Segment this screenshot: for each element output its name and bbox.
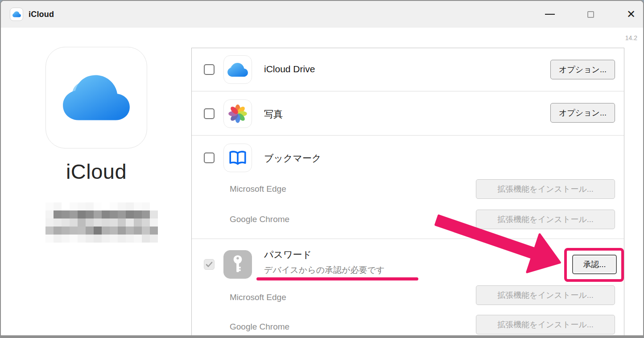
mosaic-cell bbox=[102, 235, 110, 243]
mosaic-cell bbox=[110, 202, 118, 210]
photos-options-button[interactable]: オプション... bbox=[550, 103, 615, 123]
mosaic-cell bbox=[150, 218, 158, 227]
browser-label-chrome: Google Chrome bbox=[230, 322, 289, 332]
icloud-drive-options-button[interactable]: オプション... bbox=[550, 60, 615, 79]
mosaic-cell bbox=[70, 227, 78, 235]
service-label: ブックマーク bbox=[264, 152, 321, 165]
mosaic-cell bbox=[62, 210, 70, 218]
mosaic-cell bbox=[62, 235, 70, 243]
mosaic-cell bbox=[94, 227, 102, 235]
mosaic-cell bbox=[126, 218, 134, 227]
mosaic-cell bbox=[78, 218, 86, 227]
mosaic-cell bbox=[54, 202, 62, 210]
mosaic-cell bbox=[62, 202, 70, 210]
app-icon-chip bbox=[10, 8, 23, 21]
mosaic-cell bbox=[142, 227, 150, 235]
mosaic-cell bbox=[102, 218, 110, 227]
mosaic-cell bbox=[110, 218, 118, 227]
bookmarks-icon bbox=[223, 144, 252, 172]
mosaic-cell bbox=[94, 218, 102, 227]
mosaic-cell bbox=[126, 235, 134, 243]
mosaic-cell bbox=[86, 202, 94, 210]
check-icon bbox=[206, 261, 213, 268]
row-divider bbox=[192, 239, 624, 239]
mosaic-cell bbox=[110, 235, 118, 243]
mosaic-cell bbox=[134, 227, 142, 235]
maximize-icon bbox=[587, 11, 594, 18]
mosaic-cell bbox=[134, 218, 142, 227]
mosaic-cell bbox=[45, 218, 54, 227]
maximize-button[interactable] bbox=[580, 4, 601, 25]
passwords-edge-install-extension-button[interactable]: 拡張機能をインストール... bbox=[476, 285, 615, 305]
browser-label-chrome: Google Chrome bbox=[230, 214, 289, 224]
bookmarks-edge-install-extension-button[interactable]: 拡張機能をインストール... bbox=[476, 179, 615, 199]
mosaic-cell bbox=[70, 235, 78, 243]
mosaic-cell bbox=[94, 210, 102, 218]
mosaic-cell bbox=[54, 235, 62, 243]
photos-checkbox[interactable] bbox=[204, 108, 215, 119]
icloud-cloud-icon bbox=[12, 11, 21, 17]
mosaic-cell bbox=[126, 227, 134, 235]
mosaic-cell bbox=[94, 235, 102, 243]
mosaic-cell bbox=[150, 202, 158, 210]
icloud-cloud-icon bbox=[62, 74, 130, 122]
close-button[interactable]: ✕ bbox=[621, 4, 641, 25]
mosaic-cell bbox=[110, 227, 118, 235]
mosaic-cell bbox=[142, 210, 150, 218]
mosaic-cell bbox=[118, 235, 126, 243]
mosaic-cell bbox=[86, 210, 94, 218]
window-title: iCloud bbox=[29, 1, 54, 28]
minimize-button[interactable] bbox=[540, 4, 560, 25]
minimize-icon bbox=[545, 14, 555, 15]
mosaic-cell bbox=[70, 202, 78, 210]
mosaic-cell bbox=[126, 210, 134, 218]
passwords-approve-button[interactable]: 承認... bbox=[572, 255, 617, 274]
mosaic-cell bbox=[54, 227, 62, 235]
mosaic-cell bbox=[62, 218, 70, 227]
mosaic-cell bbox=[134, 202, 142, 210]
service-label: iCloud Drive bbox=[264, 64, 315, 74]
icloud-drive-checkbox[interactable] bbox=[204, 64, 215, 75]
mosaic-cell bbox=[45, 210, 54, 218]
mosaic-cell bbox=[54, 210, 62, 218]
redacted-account-name bbox=[45, 202, 158, 243]
icloud-settings-window: iCloud ✕ 14.2 iCloud iCloud Drive オプショ bbox=[0, 0, 644, 338]
photos-icon bbox=[223, 99, 252, 128]
app-name-label: iCloud bbox=[45, 159, 147, 184]
bookmarks-checkbox[interactable] bbox=[204, 153, 215, 163]
mosaic-cell bbox=[110, 210, 118, 218]
row-divider bbox=[192, 91, 624, 91]
mosaic-cell bbox=[86, 227, 94, 235]
mosaic-cell bbox=[142, 202, 150, 210]
mosaic-cell bbox=[142, 235, 150, 243]
mosaic-cell bbox=[118, 218, 126, 227]
title-bar: iCloud ✕ bbox=[1, 1, 643, 28]
row-divider bbox=[192, 135, 624, 136]
services-panel: iCloud Drive オプション... bbox=[191, 48, 624, 338]
service-label: パスワード bbox=[264, 248, 312, 261]
mosaic-cell bbox=[62, 227, 70, 235]
mosaic-cell bbox=[78, 202, 86, 210]
icloud-drive-icon bbox=[223, 55, 252, 84]
browser-label-edge: Microsoft Edge bbox=[230, 184, 286, 194]
mosaic-cell bbox=[102, 202, 110, 210]
mosaic-cell bbox=[45, 227, 54, 235]
passwords-checkbox bbox=[204, 259, 215, 270]
passwords-chrome-install-extension-button[interactable]: 拡張機能をインストール... bbox=[476, 315, 615, 334]
mosaic-cell bbox=[134, 235, 142, 243]
mosaic-cell bbox=[118, 227, 126, 235]
mosaic-cell bbox=[150, 235, 158, 243]
bookmarks-chrome-install-extension-button[interactable]: 拡張機能をインストール... bbox=[476, 210, 615, 229]
close-icon: ✕ bbox=[627, 9, 636, 20]
mosaic-cell bbox=[70, 210, 78, 218]
mosaic-cell bbox=[102, 227, 110, 235]
mosaic-cell bbox=[118, 202, 126, 210]
content-area: 14.2 iCloud iCloud Drive オプション... bbox=[1, 28, 643, 335]
mosaic-cell bbox=[150, 227, 158, 235]
mosaic-cell bbox=[86, 218, 94, 227]
mosaic-cell bbox=[102, 210, 110, 218]
mosaic-cell bbox=[78, 210, 86, 218]
annotation-underline bbox=[256, 277, 418, 280]
mosaic-cell bbox=[142, 218, 150, 227]
mosaic-cell bbox=[45, 202, 54, 210]
